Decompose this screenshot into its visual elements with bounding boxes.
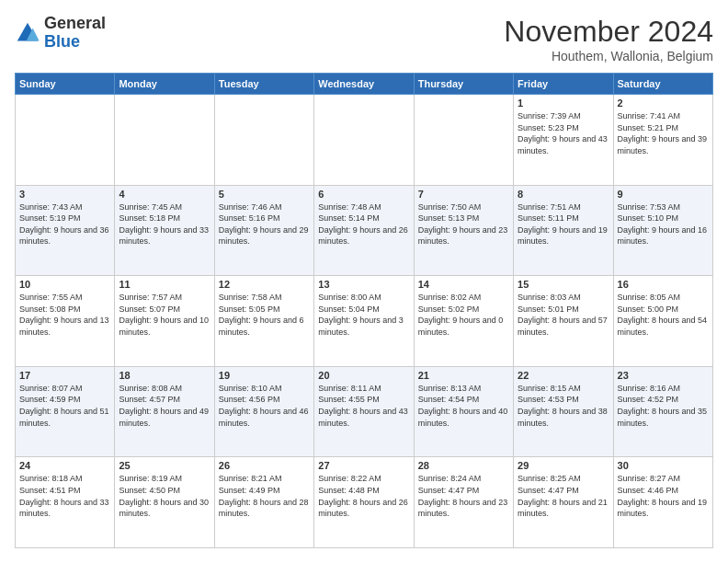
day-number: 5	[219, 189, 310, 200]
calendar-week-1: 1Sunrise: 7:39 AM Sunset: 5:23 PM Daylig…	[16, 95, 713, 186]
day-info: Sunrise: 7:46 AM Sunset: 5:16 PM Dayligh…	[219, 201, 310, 247]
table-row	[414, 95, 513, 186]
table-row: 27Sunrise: 8:22 AM Sunset: 4:48 PM Dayli…	[314, 457, 414, 548]
day-number: 25	[119, 460, 210, 471]
table-row: 5Sunrise: 7:46 AM Sunset: 5:16 PM Daylig…	[214, 185, 313, 276]
table-row: 11Sunrise: 7:57 AM Sunset: 5:07 PM Dayli…	[115, 276, 214, 367]
day-number: 10	[19, 279, 110, 290]
logo: General Blue	[15, 15, 106, 52]
day-info: Sunrise: 8:21 AM Sunset: 4:49 PM Dayligh…	[219, 473, 310, 519]
header: General Blue November 2024 Houthem, Wall…	[15, 15, 713, 63]
calendar-table: Sunday Monday Tuesday Wednesday Thursday…	[15, 73, 713, 548]
day-number: 2	[618, 98, 709, 109]
day-info: Sunrise: 7:43 AM Sunset: 5:19 PM Dayligh…	[19, 201, 110, 247]
day-number: 15	[518, 279, 609, 290]
header-row: Sunday Monday Tuesday Wednesday Thursday…	[16, 74, 713, 95]
day-number: 17	[19, 370, 110, 381]
day-info: Sunrise: 8:27 AM Sunset: 4:46 PM Dayligh…	[618, 473, 709, 519]
day-number: 24	[19, 460, 110, 471]
col-sunday: Sunday	[16, 74, 115, 95]
table-row: 4Sunrise: 7:45 AM Sunset: 5:18 PM Daylig…	[115, 185, 214, 276]
day-number: 8	[518, 189, 609, 200]
day-info: Sunrise: 7:39 AM Sunset: 5:23 PM Dayligh…	[518, 110, 609, 156]
logo-blue: Blue	[44, 32, 80, 51]
location: Houthem, Wallonia, Belgium	[504, 49, 713, 63]
table-row: 25Sunrise: 8:19 AM Sunset: 4:50 PM Dayli…	[115, 457, 214, 548]
day-info: Sunrise: 8:24 AM Sunset: 4:47 PM Dayligh…	[418, 473, 509, 519]
day-number: 3	[19, 189, 110, 200]
calendar-week-5: 24Sunrise: 8:18 AM Sunset: 4:51 PM Dayli…	[16, 457, 713, 548]
col-thursday: Thursday	[414, 74, 513, 95]
day-info: Sunrise: 8:05 AM Sunset: 5:00 PM Dayligh…	[618, 292, 709, 338]
day-info: Sunrise: 8:19 AM Sunset: 4:50 PM Dayligh…	[119, 473, 210, 519]
table-row: 14Sunrise: 8:02 AM Sunset: 5:02 PM Dayli…	[414, 276, 513, 367]
table-row: 24Sunrise: 8:18 AM Sunset: 4:51 PM Dayli…	[16, 457, 115, 548]
table-row	[214, 95, 313, 186]
table-row: 7Sunrise: 7:50 AM Sunset: 5:13 PM Daylig…	[414, 185, 513, 276]
day-number: 16	[618, 279, 709, 290]
day-info: Sunrise: 7:50 AM Sunset: 5:13 PM Dayligh…	[418, 201, 509, 247]
day-number: 28	[418, 460, 509, 471]
day-info: Sunrise: 7:57 AM Sunset: 5:07 PM Dayligh…	[119, 292, 210, 338]
day-number: 20	[318, 370, 409, 381]
table-row: 13Sunrise: 8:00 AM Sunset: 5:04 PM Dayli…	[314, 276, 414, 367]
day-number: 14	[418, 279, 509, 290]
day-info: Sunrise: 7:41 AM Sunset: 5:21 PM Dayligh…	[618, 110, 709, 156]
day-info: Sunrise: 8:22 AM Sunset: 4:48 PM Dayligh…	[318, 473, 409, 519]
day-number: 12	[219, 279, 310, 290]
table-row: 28Sunrise: 8:24 AM Sunset: 4:47 PM Dayli…	[414, 457, 513, 548]
page: General Blue November 2024 Houthem, Wall…	[0, 0, 728, 563]
logo-text: General Blue	[44, 15, 106, 52]
table-row: 29Sunrise: 8:25 AM Sunset: 4:47 PM Dayli…	[514, 457, 613, 548]
table-row: 18Sunrise: 8:08 AM Sunset: 4:57 PM Dayli…	[115, 366, 214, 457]
day-number: 26	[219, 460, 310, 471]
table-row: 12Sunrise: 7:58 AM Sunset: 5:05 PM Dayli…	[214, 276, 313, 367]
table-row: 16Sunrise: 8:05 AM Sunset: 5:00 PM Dayli…	[613, 276, 712, 367]
table-row: 8Sunrise: 7:51 AM Sunset: 5:11 PM Daylig…	[514, 185, 613, 276]
day-number: 9	[618, 189, 709, 200]
day-number: 18	[119, 370, 210, 381]
calendar-week-2: 3Sunrise: 7:43 AM Sunset: 5:19 PM Daylig…	[16, 185, 713, 276]
table-row: 2Sunrise: 7:41 AM Sunset: 5:21 PM Daylig…	[613, 95, 712, 186]
col-saturday: Saturday	[613, 74, 712, 95]
logo-icon	[15, 20, 40, 46]
table-row: 23Sunrise: 8:16 AM Sunset: 4:52 PM Dayli…	[613, 366, 712, 457]
day-number: 30	[618, 460, 709, 471]
calendar-week-3: 10Sunrise: 7:55 AM Sunset: 5:08 PM Dayli…	[16, 276, 713, 367]
day-info: Sunrise: 7:51 AM Sunset: 5:11 PM Dayligh…	[518, 201, 609, 247]
day-number: 29	[518, 460, 609, 471]
day-info: Sunrise: 8:02 AM Sunset: 5:02 PM Dayligh…	[418, 292, 509, 338]
day-number: 6	[318, 189, 409, 200]
col-friday: Friday	[514, 74, 613, 95]
day-number: 22	[518, 370, 609, 381]
table-row: 10Sunrise: 7:55 AM Sunset: 5:08 PM Dayli…	[16, 276, 115, 367]
col-wednesday: Wednesday	[314, 74, 414, 95]
col-monday: Monday	[115, 74, 214, 95]
table-row: 9Sunrise: 7:53 AM Sunset: 5:10 PM Daylig…	[613, 185, 712, 276]
day-info: Sunrise: 7:48 AM Sunset: 5:14 PM Dayligh…	[318, 201, 409, 247]
day-info: Sunrise: 7:58 AM Sunset: 5:05 PM Dayligh…	[219, 292, 310, 338]
day-number: 7	[418, 189, 509, 200]
table-row: 15Sunrise: 8:03 AM Sunset: 5:01 PM Dayli…	[514, 276, 613, 367]
calendar-header: Sunday Monday Tuesday Wednesday Thursday…	[16, 74, 713, 95]
table-row: 17Sunrise: 8:07 AM Sunset: 4:59 PM Dayli…	[16, 366, 115, 457]
table-row	[314, 95, 414, 186]
day-info: Sunrise: 8:10 AM Sunset: 4:56 PM Dayligh…	[219, 383, 310, 429]
day-number: 19	[219, 370, 310, 381]
day-number: 27	[318, 460, 409, 471]
day-info: Sunrise: 7:53 AM Sunset: 5:10 PM Dayligh…	[618, 201, 709, 247]
table-row: 22Sunrise: 8:15 AM Sunset: 4:53 PM Dayli…	[514, 366, 613, 457]
day-info: Sunrise: 7:55 AM Sunset: 5:08 PM Dayligh…	[19, 292, 110, 338]
day-info: Sunrise: 8:18 AM Sunset: 4:51 PM Dayligh…	[19, 473, 110, 519]
day-info: Sunrise: 8:11 AM Sunset: 4:55 PM Dayligh…	[318, 383, 409, 429]
title-block: November 2024 Houthem, Wallonia, Belgium	[504, 15, 713, 63]
day-info: Sunrise: 8:08 AM Sunset: 4:57 PM Dayligh…	[119, 383, 210, 429]
day-number: 1	[518, 98, 609, 109]
table-row	[16, 95, 115, 186]
day-number: 13	[318, 279, 409, 290]
table-row: 26Sunrise: 8:21 AM Sunset: 4:49 PM Dayli…	[214, 457, 313, 548]
day-info: Sunrise: 8:13 AM Sunset: 4:54 PM Dayligh…	[418, 383, 509, 429]
day-info: Sunrise: 8:07 AM Sunset: 4:59 PM Dayligh…	[19, 383, 110, 429]
table-row: 6Sunrise: 7:48 AM Sunset: 5:14 PM Daylig…	[314, 185, 414, 276]
table-row	[115, 95, 214, 186]
